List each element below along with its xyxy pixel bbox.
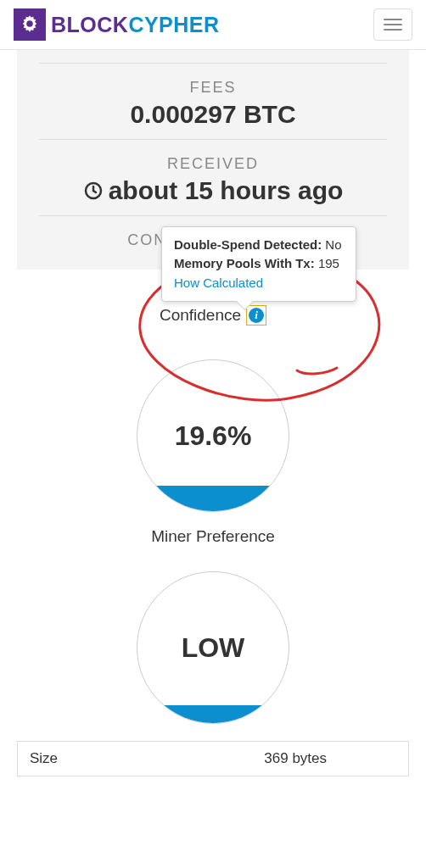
confidence-label: Confidence xyxy=(160,306,241,325)
fees-label: FEES xyxy=(39,79,387,97)
table-row: Size 369 bytes xyxy=(17,741,409,776)
navbar: BLOCKCYPHER xyxy=(0,0,426,50)
gauge-fill xyxy=(137,486,289,511)
info-icon[interactable]: i xyxy=(249,308,264,323)
tooltip-double-spend: Double-Spend Detected: No xyxy=(174,236,344,255)
size-value: 369 bytes xyxy=(194,750,396,767)
logo-gear-icon xyxy=(14,8,46,41)
received-time-text: about 15 hours ago xyxy=(109,176,344,205)
miner-preference-gauge: LOW xyxy=(0,571,426,724)
received-label: RECEIVED xyxy=(39,155,387,173)
how-calculated-link[interactable]: How Calculated xyxy=(174,275,263,290)
fees-value: 0.000297 BTC xyxy=(39,100,387,129)
gauge-fill xyxy=(137,705,289,723)
tooltip-mempool: Memory Pools With Tx: 195 xyxy=(174,254,344,274)
clock-icon xyxy=(83,181,104,201)
hamburger-menu-icon[interactable] xyxy=(373,8,412,41)
miner-preference-value: LOW xyxy=(182,632,245,664)
confidence-row: Confidence i Double-Spend Detected: No M… xyxy=(0,305,426,326)
received-value: about 15 hours ago xyxy=(39,176,387,205)
logo-text: BLOCKCYPHER xyxy=(51,13,220,37)
size-label: Size xyxy=(30,750,194,767)
logo[interactable]: BLOCKCYPHER xyxy=(14,8,220,41)
confidence-tooltip: Double-Spend Detected: No Memory Pools W… xyxy=(161,226,356,303)
miner-preference-label: Miner Preference xyxy=(151,527,275,546)
confidence-gauge: 19.6% Miner Preference xyxy=(0,359,426,546)
confidence-value: 19.6% xyxy=(175,420,252,452)
confidence-info-wrapper: i xyxy=(246,305,266,326)
